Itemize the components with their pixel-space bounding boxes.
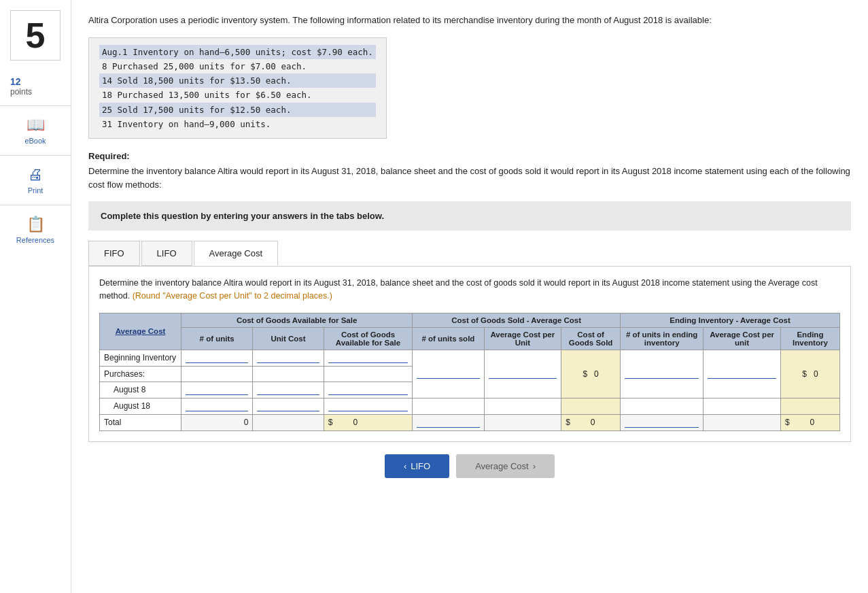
data-line-6: 31 Inventory on hand–9,000 units. xyxy=(99,117,376,131)
cell-total-avg-cost-end xyxy=(704,414,781,430)
cell-total-units: 0 xyxy=(181,414,253,430)
average-cost-header: Average Cost xyxy=(100,313,181,350)
forward-label: Average Cost xyxy=(475,461,529,471)
input-bi-units[interactable] xyxy=(186,353,248,363)
instruction-text: Complete this question by entering your … xyxy=(101,211,384,221)
input-aug18-units[interactable] xyxy=(186,401,248,411)
cell-total-cogs-sold: $ 0 xyxy=(561,414,621,430)
input-aug18-unit-cost[interactable] xyxy=(257,401,319,411)
cell-aug18-unit-cost[interactable] xyxy=(253,398,324,414)
nav-buttons: ‹ LIFO Average Cost › xyxy=(88,454,851,478)
references-icon: 📋 xyxy=(27,216,45,233)
problem-description: Altira Corporation uses a periodic inven… xyxy=(88,14,851,27)
question-number-box: 5 xyxy=(10,10,60,61)
cell-merged-units-ending[interactable] xyxy=(621,350,704,398)
input-total-units-ending[interactable] xyxy=(625,418,699,428)
divider-3 xyxy=(0,205,71,205)
print-icon: 🖨 xyxy=(28,166,43,184)
cell-aug18-cogs[interactable] xyxy=(324,398,412,414)
input-avg-cost-end[interactable] xyxy=(708,369,776,379)
col-g2-cogs: Cost of Goods Sold xyxy=(561,327,621,350)
input-units-ending[interactable] xyxy=(625,369,699,379)
forward-button[interactable]: Average Cost › xyxy=(456,454,555,478)
cell-empty-1 xyxy=(181,366,253,382)
label-purchases: Purchases: xyxy=(100,366,181,382)
group3-header: Ending Inventory - Average Cost xyxy=(621,313,840,327)
cell-merged-cogs-sold: $ 0 xyxy=(561,350,621,398)
sidebar-item-ebook[interactable]: 📖 eBook xyxy=(0,109,71,152)
data-box: Aug.1 Inventory on hand–6,500 units; cos… xyxy=(88,37,387,139)
cell-total-units-sold[interactable] xyxy=(413,414,484,430)
cell-total-cogs: $ 0 xyxy=(324,414,412,430)
average-cost-link[interactable]: Average Cost xyxy=(116,327,166,335)
cell-merged-units-sold[interactable] xyxy=(413,350,484,398)
input-aug8-units[interactable] xyxy=(186,385,248,395)
tab-lifo[interactable]: LIFO xyxy=(141,241,192,266)
back-label: LIFO xyxy=(411,461,430,471)
row-beginning-inventory: Beginning Inventory $ 0 $ 0 xyxy=(100,350,840,366)
required-section: Required: Determine the inventory balanc… xyxy=(88,151,851,191)
data-line-4: 18 Purchased 13,500 units for $6.50 each… xyxy=(99,88,376,102)
input-aug8-cogs[interactable] xyxy=(328,385,408,395)
sidebar-item-print[interactable]: 🖨 Print xyxy=(0,159,71,201)
cell-aug8-unit-cost[interactable] xyxy=(253,382,324,398)
input-aug8-unit-cost[interactable] xyxy=(257,385,319,395)
sidebar-item-references[interactable]: 📋 References xyxy=(0,209,71,251)
label-beginning-inventory: Beginning Inventory xyxy=(100,350,181,366)
col-g3-avg-cost: Average Cost per unit xyxy=(704,327,781,350)
cell-merged-avg-cost[interactable] xyxy=(484,350,561,398)
sidebar: 5 12 points 📖 eBook 🖨 Print 📋 References xyxy=(0,0,71,593)
input-bi-cogs[interactable] xyxy=(328,353,408,363)
group1-header: Cost of Goods Available for Sale xyxy=(181,313,413,327)
label-total: Total xyxy=(100,414,181,430)
cell-empty-g3-1 xyxy=(621,398,704,414)
cell-merged-avg-cost-end[interactable] xyxy=(704,350,781,398)
tab-fifo[interactable]: FIFO xyxy=(88,241,140,266)
col-g3-ending-inv: Ending Inventory xyxy=(780,327,839,350)
input-total-units-sold[interactable] xyxy=(417,418,479,428)
cell-aug8-units[interactable] xyxy=(181,382,253,398)
data-line-5: 25 Sold 17,500 units for $12.50 each. xyxy=(99,103,376,117)
col-g2-units-sold: # of units sold xyxy=(413,327,484,350)
cell-total-unit-cost xyxy=(253,414,324,430)
input-units-sold[interactable] xyxy=(417,369,479,379)
input-avg-cost-per-unit[interactable] xyxy=(489,369,557,379)
data-line-1: Aug.1 Inventory on hand–6,500 units; cos… xyxy=(99,45,376,59)
points-value: 12 xyxy=(10,76,60,87)
points-label: points xyxy=(10,87,60,97)
cell-aug18-units[interactable] xyxy=(181,398,253,414)
cell-empty-2 xyxy=(253,366,324,382)
tab-average-cost[interactable]: Average Cost xyxy=(194,241,279,266)
tab-description: Determine the inventory balance Altira w… xyxy=(99,277,840,303)
required-text: Determine the inventory balance Altira w… xyxy=(88,165,851,191)
group2-header: Cost of Goods Sold - Average Cost xyxy=(413,313,621,327)
cell-empty-g2-1 xyxy=(413,398,484,414)
input-bi-unit-cost[interactable] xyxy=(257,353,319,363)
data-line-2: 8 Purchased 25,000 units for $7.00 each. xyxy=(99,59,376,73)
col-g1-cogs: Cost of Goods Available for Sale xyxy=(324,327,412,350)
input-aug18-cogs[interactable] xyxy=(328,401,408,411)
cell-cogs-display2 xyxy=(561,398,621,414)
label-august-8: August 8 xyxy=(100,382,181,398)
description-part2: (Round "Average Cost per Unit" to 2 deci… xyxy=(133,291,332,301)
cell-bi-units[interactable] xyxy=(181,350,253,366)
tab-content-average-cost: Determine the inventory balance Altira w… xyxy=(88,266,851,442)
divider-2 xyxy=(0,155,71,156)
cell-bi-cogs[interactable] xyxy=(324,350,412,366)
question-number: 5 xyxy=(21,18,50,53)
back-button[interactable]: ‹ LIFO xyxy=(385,454,449,478)
ebook-label: eBook xyxy=(24,137,46,145)
points-section: 12 points xyxy=(0,71,71,102)
cell-total-ending: $ 0 xyxy=(780,414,839,430)
col-g2-avg-cost: Average Cost per Unit xyxy=(484,327,561,350)
cell-bi-unit-cost[interactable] xyxy=(253,350,324,366)
cell-end-display2 xyxy=(780,398,839,414)
print-label: Print xyxy=(28,186,44,194)
cell-aug8-cogs[interactable] xyxy=(324,382,412,398)
main-content: Altira Corporation uses a periodic inven… xyxy=(71,0,868,593)
cell-total-units-ending[interactable] xyxy=(621,414,704,430)
label-august-18: August 18 xyxy=(100,398,181,414)
forward-arrow-icon: › xyxy=(533,461,536,471)
cell-total-avg-cost xyxy=(484,414,561,430)
tabs-container: FIFO LIFO Average Cost xyxy=(88,241,851,266)
